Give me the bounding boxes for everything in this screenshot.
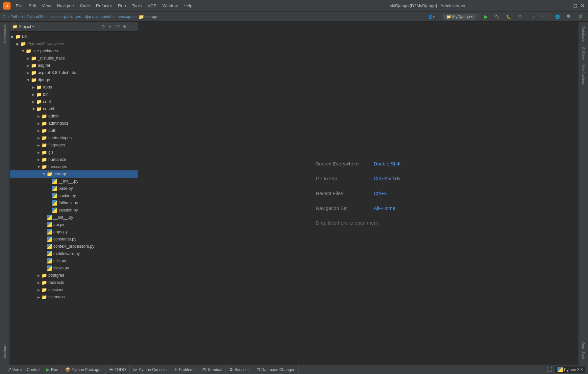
tree-arrow-admin[interactable]: ▶ xyxy=(36,113,41,119)
search-everywhere-shortcut[interactable]: Double Shift xyxy=(374,161,401,166)
bookmarks-label[interactable]: Bookmarks xyxy=(3,25,7,43)
menu-view[interactable]: View xyxy=(39,2,54,10)
search-button[interactable]: 🔍 xyxy=(564,14,574,20)
close-panel-button[interactable]: — xyxy=(129,23,135,30)
tree-arrow-sessions[interactable]: ▶ xyxy=(36,287,41,292)
tree-item-sessions[interactable]: ▶📁sessions xyxy=(10,286,138,293)
version-control-status[interactable]: ⎇ Version Control xyxy=(3,365,43,374)
tree-arrow-asgiref-dist[interactable]: ▶ xyxy=(26,70,31,75)
tree-item-cookie[interactable]: cookie.py xyxy=(10,192,138,199)
tree-item-contrib[interactable]: ▼📁contrib xyxy=(10,105,138,112)
profile-button[interactable]: 👤▾ xyxy=(425,14,437,20)
tree-item-api[interactable]: api.py xyxy=(10,221,138,228)
diff-button[interactable]: ⌥ xyxy=(114,23,121,30)
tree-item-humanize[interactable]: ▶📁humanize xyxy=(10,156,138,163)
git-update-button[interactable]: ↓ xyxy=(530,14,537,20)
debug-button[interactable]: 🐛 xyxy=(503,14,514,20)
project-selector[interactable]: 📁 MyDjango ▾ xyxy=(443,14,476,20)
tree-item-sitemaps[interactable]: ▶📁sitemaps xyxy=(10,293,138,301)
tree-item-messages[interactable]: ▼📁messages xyxy=(10,163,138,170)
tree-item-session[interactable]: session.py xyxy=(10,207,138,214)
tree-arrow-lib[interactable]: ▶ xyxy=(10,34,15,39)
tree-item-admin[interactable]: ▶📁admin xyxy=(10,112,138,120)
tree-item-postgres[interactable]: ▶📁postgres xyxy=(10,272,138,279)
tree-arrow-auth[interactable]: ▶ xyxy=(36,128,41,133)
tree-arrow-messages[interactable]: ▼ xyxy=(36,164,41,169)
todo-status[interactable]: ☰ TODO xyxy=(106,365,129,374)
tree-item-redirects[interactable]: ▶📁redirects xyxy=(10,279,138,286)
tree-arrow-django[interactable]: ▼ xyxy=(26,77,31,83)
tree-arrow-apps[interactable]: ▶ xyxy=(31,85,36,90)
menu-edit[interactable]: Edit xyxy=(26,2,38,10)
tree-arrow-bin[interactable]: ▶ xyxy=(31,92,36,97)
tree-arrow-redirects[interactable]: ▶ xyxy=(36,280,41,285)
menu-refactor[interactable]: Refactor xyxy=(93,2,115,10)
tree-item-utils[interactable]: utils.py xyxy=(10,257,138,264)
tree-item-apps_py[interactable]: apps.py xyxy=(10,228,138,236)
close-button[interactable]: ✕ xyxy=(580,4,585,8)
breadcrumb-django[interactable]: django xyxy=(85,14,97,19)
tree-item-flatpages[interactable]: ▶📁flatpages xyxy=(10,141,138,149)
goto-file-shortcut[interactable]: Ctrl+Shift+N xyxy=(374,176,401,181)
tree-arrow-python38[interactable]: ▶ xyxy=(15,41,20,46)
tree-item-apps[interactable]: ▶📁apps xyxy=(10,84,138,91)
tree-arrow-asgiref[interactable]: ▶ xyxy=(26,63,31,68)
tree-item-init_messages[interactable]: __init__.py xyxy=(10,214,138,221)
menu-code[interactable]: Code xyxy=(77,2,93,10)
services-status[interactable]: ⚙ Services xyxy=(226,365,253,374)
tree-item-init_storage[interactable]: __init__.py xyxy=(10,178,138,185)
menu-file[interactable]: File xyxy=(13,2,25,10)
word-book-tab[interactable]: Word Book xyxy=(581,340,586,362)
git-commit-button[interactable]: ✓ xyxy=(538,14,547,20)
tree-item-asgiref[interactable]: ▶📁asgiref xyxy=(10,62,138,69)
tree-item-django[interactable]: ▼📁django xyxy=(10,76,138,84)
file-tree[interactable]: ▶📁Lib▶📁Python38library root▼📁site-packag… xyxy=(10,32,138,365)
scope-button[interactable]: ⊙ xyxy=(100,23,106,30)
menu-navigate[interactable]: Navigate xyxy=(54,2,76,10)
tree-item-storage[interactable]: ▼📁storage xyxy=(10,170,138,178)
tree-arrow-conf[interactable]: ▶ xyxy=(31,99,36,104)
minimize-button[interactable]: ─ xyxy=(566,4,570,8)
tree-arrow-sitemaps[interactable]: ▶ xyxy=(36,294,41,300)
tree-item-lib[interactable]: ▶📁Lib xyxy=(10,33,138,40)
build-button[interactable]: 🔨 xyxy=(492,14,502,20)
menu-tools[interactable]: Tools xyxy=(129,2,144,10)
tree-item-fallback[interactable]: fallback.py xyxy=(10,199,138,207)
sciview-tab[interactable]: SciView xyxy=(581,45,586,62)
breadcrumb-messages[interactable]: messages xyxy=(116,14,135,19)
tree-item-asgiref-dist[interactable]: ▶📁asgiref-3.8.1.dist-info xyxy=(10,69,138,76)
tree-arrow-contrib[interactable]: ▼ xyxy=(31,106,36,112)
breadcrumb-contrib[interactable]: contrib xyxy=(101,14,112,19)
tree-item-views[interactable]: views.py xyxy=(10,264,138,272)
tree-arrow-storage[interactable]: ▼ xyxy=(41,171,47,177)
tree-arrow-admindocs[interactable]: ▶ xyxy=(36,121,41,126)
tree-item-contenttypes[interactable]: ▶📁contenttypes xyxy=(10,134,138,141)
breadcrumb-site-packages[interactable]: site-packages xyxy=(57,14,81,19)
settings-button[interactable]: ⚙ xyxy=(576,13,585,20)
left-strip-btn1[interactable]: Bookmarks xyxy=(1,23,9,45)
tree-item-bin[interactable]: ▶📁bin xyxy=(10,91,138,98)
tree-item-base[interactable]: base.py xyxy=(10,185,138,192)
run-status[interactable]: ▶ Run xyxy=(43,365,62,374)
database-changes-status[interactable]: ⊡ Database Changes xyxy=(253,365,299,374)
expand-icon[interactable]: ⛶ xyxy=(547,367,552,373)
breadcrumb-d[interactable]: D: xyxy=(3,14,7,19)
tree-item-middleware[interactable]: middleware.py xyxy=(10,250,138,257)
profile-run-button[interactable]: ⏱ xyxy=(515,14,524,20)
structure-tab[interactable]: Structure xyxy=(1,343,9,362)
tree-arrow-humanize[interactable]: ▶ xyxy=(36,157,41,162)
tree-item-site-packages[interactable]: ▼📁site-packages xyxy=(10,47,138,55)
tree-item-python38[interactable]: ▶📁Python38library root xyxy=(10,40,138,47)
navigation-bar-shortcut[interactable]: Alt+Home xyxy=(374,205,395,211)
structure-label[interactable]: Structure xyxy=(3,345,7,360)
python-version-badge[interactable]: Python 3.8 xyxy=(555,366,585,373)
settings-tree-button[interactable]: ⚙ xyxy=(121,23,128,30)
run-button[interactable]: ▶ xyxy=(481,13,491,20)
python-packages-status[interactable]: 📦 Python Packages xyxy=(62,365,106,374)
recent-files-shortcut[interactable]: Ctrl+E xyxy=(374,190,387,196)
tree-arrow-site-packages[interactable]: ▼ xyxy=(20,48,26,54)
database-tab[interactable]: Database xyxy=(581,24,586,44)
translate-button[interactable]: 🌐 xyxy=(552,14,563,20)
tree-item-conf[interactable]: ▶📁conf xyxy=(10,98,138,105)
collapse-all-button[interactable]: ≡ xyxy=(107,23,113,30)
